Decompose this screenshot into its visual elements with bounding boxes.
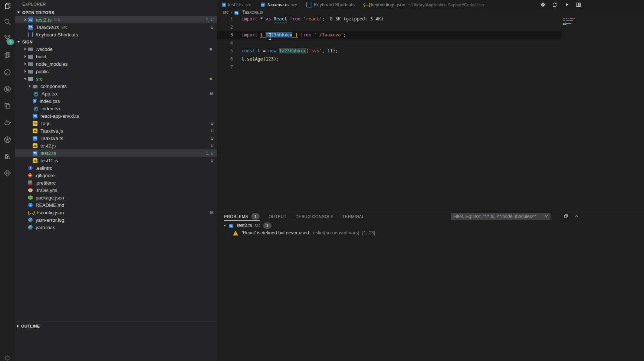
open-editor-Keyboard Shortcuts[interactable]: Keyboard Shortcuts bbox=[15, 31, 217, 38]
open-editors-label: OPEN EDITORS bbox=[22, 10, 55, 15]
panel-tab-label: TERMINAL bbox=[342, 214, 365, 219]
open-editor-Taaxcva.ts[interactable]: TS Taaxcva.ts src U bbox=[15, 23, 217, 31]
tree-item-.prettierrc[interactable]: .prettierrc bbox=[15, 179, 217, 186]
maximize-panel-button[interactable] bbox=[562, 213, 569, 220]
code-line-7[interactable]: 7 bbox=[217, 64, 644, 72]
tree-item-tsconfig.json[interactable]: {..} tsconfig.json M bbox=[15, 209, 217, 216]
activity-docker[interactable] bbox=[0, 118, 15, 127]
tree-item-yarn.lock[interactable]: yarn.lock bbox=[15, 224, 217, 231]
activity-source-control[interactable]: 9 bbox=[0, 34, 15, 43]
tree-item-components[interactable]: components bbox=[15, 82, 217, 90]
panel-tab-PROBLEMS[interactable]: PROBLEMS 1 bbox=[224, 211, 260, 221]
tree-item-node_modules[interactable]: node_modules bbox=[15, 60, 217, 68]
code-editor[interactable]: 1 import * as React from 'react'; 8.5K (… bbox=[217, 15, 644, 211]
tree-item-test2.js[interactable]: JS test2.js U bbox=[15, 142, 217, 149]
tree-item-index.tsx[interactable]: index.tsx bbox=[15, 105, 217, 112]
breadcrumb-file[interactable]: Taaxcva.ts bbox=[242, 10, 263, 15]
code-token: import bbox=[242, 16, 260, 22]
problems-filter-input[interactable] bbox=[451, 214, 543, 219]
open-editors-list: × TS test2.ts src 1, U TS Taaxcva.ts src… bbox=[15, 16, 217, 38]
tree-item-test11.js[interactable]: JS test11.js U bbox=[15, 157, 217, 164]
tree-item-build[interactable]: build bbox=[15, 53, 217, 60]
tree-item-.eslintrc[interactable]: .eslintrc bbox=[15, 164, 217, 172]
prettier-button[interactable] bbox=[539, 1, 546, 9]
open-editors-header[interactable]: OPEN EDITORS bbox=[15, 9, 217, 16]
tree-item-App.tsx[interactable]: App.tsx M bbox=[15, 90, 217, 97]
activity-gitlens[interactable]: G bbox=[0, 169, 15, 178]
tab-test2.ts[interactable]: TS test2.ts src bbox=[217, 0, 256, 9]
line-number[interactable]: 2 bbox=[217, 23, 233, 32]
breadcrumb-separator: › bbox=[231, 10, 232, 15]
tree-item-test2.ts[interactable]: TS test2.ts 1, U bbox=[15, 149, 217, 157]
code-line-3[interactable]: 3 import { Ta23hhhxcx } from './Taaxcva'… bbox=[217, 31, 644, 39]
tree-item-public[interactable]: public bbox=[15, 68, 217, 75]
ibeam-cursor bbox=[270, 34, 270, 39]
tree-item-src[interactable]: src bbox=[15, 75, 217, 82]
collapse-panel-button[interactable] bbox=[573, 213, 580, 220]
code-line-4[interactable]: 4 bbox=[217, 39, 644, 48]
tree-item-react-app-env.d.ts[interactable]: TS react-app-env.d.ts bbox=[15, 112, 217, 120]
line-number[interactable]: 5 bbox=[217, 47, 233, 55]
tree-item-.gitignore[interactable]: .gitignore bbox=[15, 172, 217, 179]
panel-tab-OUTPUT[interactable]: OUTPUT bbox=[269, 211, 286, 221]
activity-kubernetes[interactable] bbox=[0, 135, 15, 144]
code-line-5[interactable]: 5 const t = new Ta23hhhxcx('sss', 11); bbox=[217, 47, 644, 55]
panel-tab-TERMINAL[interactable]: TERMINAL bbox=[342, 211, 365, 221]
open-editor-label: Keyboard Shortcuts bbox=[36, 32, 78, 38]
tree-item-Ta.js[interactable]: JS Ta.js U bbox=[15, 120, 217, 127]
close-icon[interactable]: × bbox=[22, 17, 28, 22]
sync-button[interactable] bbox=[551, 1, 558, 9]
tree-item-README.md[interactable]: i README.md bbox=[15, 201, 217, 209]
kubernetes-icon bbox=[3, 135, 12, 144]
code-line-2[interactable]: 2 bbox=[217, 23, 644, 32]
code-token: const bbox=[242, 48, 257, 53]
filter-icon[interactable] bbox=[543, 214, 549, 219]
tree-item-.travis.yml[interactable]: .travis.yml bbox=[15, 186, 217, 194]
run-button[interactable] bbox=[563, 1, 570, 9]
git-status-badge: 1, U bbox=[206, 151, 214, 155]
tree-item-label: build bbox=[36, 54, 46, 59]
code-token: import bbox=[242, 32, 260, 38]
tab-Taaxcva.ts[interactable]: TS Taaxcva.ts src bbox=[256, 0, 302, 9]
tree-item-yarn-error.log[interactable]: yarn-error.log bbox=[15, 216, 217, 224]
tab-Keyboard Shortcuts[interactable]: Keyboard Shortcuts bbox=[302, 0, 359, 9]
line-number[interactable]: 6 bbox=[217, 55, 233, 64]
line-number[interactable]: 1 bbox=[217, 15, 233, 23]
tree-item-.vscode[interactable]: .vscode bbox=[15, 45, 217, 53]
activity-extensions[interactable] bbox=[0, 101, 15, 110]
tab-detail: src bbox=[245, 3, 251, 7]
outline-section-header[interactable]: OUTLINE bbox=[15, 322, 217, 330]
breadcrumb-folder[interactable]: src bbox=[223, 10, 229, 15]
tree-item-index.css[interactable]: 3 index.css bbox=[15, 97, 217, 105]
breadcrumb[interactable]: src › TS Taaxcva.ts bbox=[217, 9, 644, 15]
group-file-icon: TS bbox=[229, 223, 234, 228]
activity-search[interactable] bbox=[0, 17, 15, 26]
split-editor-button[interactable] bbox=[575, 1, 582, 9]
tree-item-package.json[interactable]: package.json bbox=[15, 194, 217, 201]
git-status-badge: M bbox=[210, 210, 214, 215]
activity-settings[interactable] bbox=[0, 354, 15, 361]
activity-share[interactable] bbox=[0, 152, 15, 161]
panel-tab-DEBUG CONSOLE[interactable]: DEBUG CONSOLE bbox=[295, 211, 333, 221]
problem-group-row[interactable]: TS test2.ts src 1 bbox=[217, 222, 644, 229]
activity-explorer[interactable] bbox=[0, 1, 15, 10]
code-line-6[interactable]: 6 t.setAge(123); bbox=[217, 55, 644, 64]
tree-item-label: components bbox=[40, 84, 67, 89]
problem-row[interactable]: 'React' is defined but never used. eslin… bbox=[217, 229, 644, 237]
activity-clock[interactable] bbox=[0, 68, 15, 77]
code-line-1[interactable]: 1 import * as React from 'react'; 8.5K (… bbox=[217, 15, 644, 23]
open-editor-test2.ts[interactable]: × TS test2.ts src 1, U bbox=[15, 16, 217, 23]
tree-item-label: node_modules bbox=[36, 61, 68, 67]
workspace-folder-header[interactable]: SIGN bbox=[15, 38, 217, 45]
tree-item-Taaxcva.js[interactable]: JS Taaxcva.js U bbox=[15, 127, 217, 134]
tree-item-Taaxcva.ts[interactable]: TS Taaxcva.ts U bbox=[15, 134, 217, 142]
activity-documents[interactable] bbox=[0, 51, 15, 59]
tab-keybindings.json[interactable]: {..} keybindings.json ~/Library/Applicat… bbox=[359, 0, 489, 9]
css-icon: 3 bbox=[33, 99, 37, 104]
line-number[interactable]: 7 bbox=[217, 64, 233, 72]
line-number[interactable]: 4 bbox=[217, 39, 233, 48]
chevron-up-icon bbox=[574, 213, 580, 219]
share-icon bbox=[3, 152, 12, 161]
line-number[interactable]: 3 bbox=[217, 31, 233, 39]
activity-debug[interactable] bbox=[0, 85, 15, 94]
